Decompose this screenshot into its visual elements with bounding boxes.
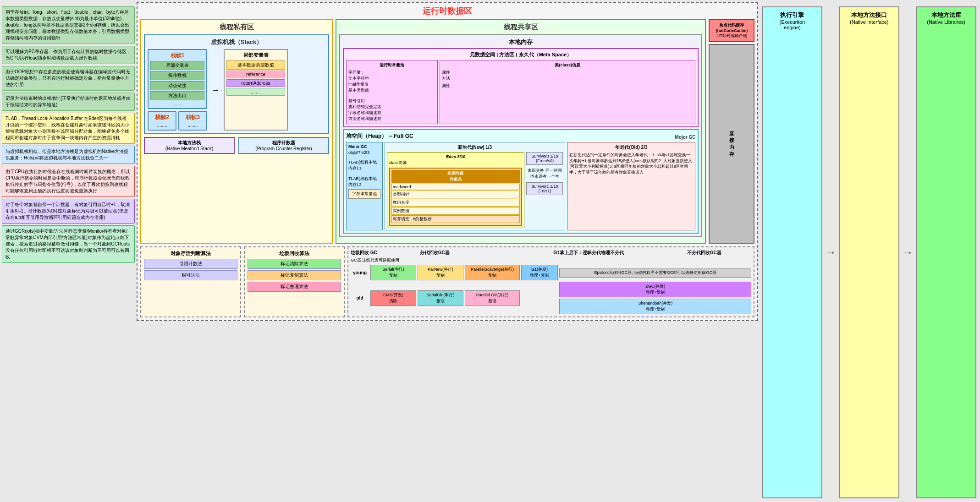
algo-item-1: 引用计数法 [144,259,237,269]
virtual-stack-title: 虚拟机栈（Stack） [148,38,325,46]
class-obj-label: class对象 [389,160,522,166]
frame1-item4: 方法出口 [150,91,204,100]
cp-content: 字面量：文本字符串final常量值基本类型值 符号引用：类和结构完全定名字段名称… [348,70,435,122]
exchange-label: 来回交换 同一时间内永远有一个空 [526,168,563,180]
parallel-young: ParellelScavenge(并行)复制 [465,265,520,280]
heap-title: 堆空间（Heap） -- Full GC [346,132,413,140]
stack-frames-left: 栈帧1 局部变量表 操作数栈 动态链接 方法出口 ........ [148,49,207,131]
stack-frame-2: 栈帧2 ........ [148,111,176,131]
g1-title: G1承上启下：逻辑分代物理不分代 [553,250,683,256]
meta-title: 元数据空间 | 方法区 | 永久代（Meta Space） [346,51,695,58]
old-label: old [351,295,369,300]
thread-private: 线程私有区 虚拟机栈（Stack） 栈帧1 局部变量表 操作 [140,19,333,244]
local-memory: 本地内存 元数据空间 | 方法区 | 永久代（Meta Space） 运行时常量… [339,34,702,237]
old-gen-desc: 在新生代达到一定条件的对象会进入年老代：1. s0与s1区域交换一次年龄+1 当… [569,152,693,175]
interface-title: 本地方法接口 [849,11,889,19]
constant-pool: 运行时常量池 字面量：文本字符串final常量值基本类型值 符号引用：类和结构完… [346,60,438,124]
library-box: 本地方法库 (Native Libraries) [916,6,976,498]
heap-header: 堆空间（Heap） -- Full GC Mojor GC [346,132,695,142]
string-pool: 字符串常量池 [348,189,380,199]
judgment-algo-box: 对象存活判断算法 引用计数法 根可达法 [140,246,241,317]
lv-basic-types: 基本数据类型数值 [226,60,285,70]
heap-content: Minor GC obj@7fe2f3 TLAB(线程本地内存) 1 TLAB(… [346,142,695,230]
local-var-title: 局部变量表 [226,52,285,59]
new-gen: 新生代(New) 1/3 Eden 8/10 class对象 实例对象对象头 [385,142,565,230]
stack-frame-1: 栈帧1 局部变量表 操作数栈 动态链接 方法出口 ........ [148,49,207,109]
array-len: 数组长度 [391,199,520,207]
shenandoah-cell: Shenandoah(并发)整理+复制 [559,299,751,314]
hot-code-cache: 热点代码缓存(hotCodeCache) JIT即时编译产物 [709,19,754,42]
gc-rows: young Serial(串行)复制 ParNew(并行)复制 Parellel… [351,265,751,314]
interface-box: 本地方法接口 (Native Interface) [839,6,899,498]
gc-old-row: old CMS(开发)清除 SerialOld(串行)整理 Parellel O… [351,282,751,314]
engine-box: 执行引擎 (Execurtion engine) [762,6,822,498]
frame1-item1: 局部变量表 [150,61,204,70]
main-container: 用于存放int、long、short、float、double、char、byt… [0,0,980,502]
annotation-2: 由于OOP思想中存在多态的概念使得编译器在编译源代码时无法确定对象类型，只有在运… [2,66,135,91]
hotcode-subtitle: JIT即时编译产物 [712,33,751,39]
serial-young: Serial(串行)复制 [370,265,416,280]
pc-register: 程序计数器 (Program Counter Register) [238,137,329,154]
gc-young-row: young Serial(串行)复制 ParNew(并行)复制 Parellel… [351,265,751,280]
algo-section: 对象存活判断算法 引用计数法 根可达法 垃圾回收算法 标记清除算法 标记复制算法… [140,246,754,317]
center-content: 运行时数据区 线程私有区 虚拟机栈（Stack） [137,2,758,500]
gc-algo-box: 垃圾回收算法 标记清除算法 标记复制算法 标记整理算法 [244,246,345,317]
gc-headers: 垃圾回收 GC 分代回收GC器 G1承上启下：逻辑分代物理不分代 不分代回收GC… [351,250,751,256]
epsilon-cell: Epsilon:无作用GC器, 当你的程序不需要GC时可以选择使用该GC器 [559,268,751,278]
g1-cell: G1(并发)整理+复制 [521,265,558,280]
direct-memory-label2: 接 [729,137,734,144]
virtual-stack: 虚拟机栈（Stack） 栈帧1 局部变量表 操作数栈 动态链接 [144,34,329,134]
ci-title: 类(class)信息 [442,62,693,68]
gc-algo-item-1: 标记清除算法 [248,259,341,269]
annotation-7: 对于每个对象都自带一个计数器，有对象引用自己时+1，取消引用时-1。当计数器为0… [2,199,135,224]
runtime-title: 运行时数据区 [140,5,754,16]
annotation-8: 通过GCRoots(栈中变量/方法区静态变量/Monitor持有者对象/常驻异常… [2,225,135,263]
new-gen-content: Eden 8/10 class对象 实例对象对象头 markword 类型指针 … [387,152,563,228]
frame3-title: 栈帧3 [181,114,204,121]
lv-dots: ........ [226,88,285,96]
library-subtitle: (Native Libraries) [926,19,966,25]
type-ptr: 类型指针 [391,191,520,198]
new-gen-title: 新生代(New) 1/3 [387,144,563,151]
direct-memory-label3: 内 [729,144,734,151]
tlab1-label: TLAB(线程本地内存) 1 [348,159,380,171]
frame1-item2: 操作数栈 [150,71,204,80]
stack-frames-container: 栈帧1 局部变量表 操作数栈 动态链接 方法出口 ........ [148,49,325,131]
cp-title: 运行时常量池 [348,62,435,68]
frame2-dots: ........ [150,123,174,128]
minor-gc-label: Minor GC [348,144,380,149]
instance-title: 实例对象对象头 [391,170,520,183]
gc-algo-item-2: 标记复制算法 [248,270,341,280]
survivor0: Survivor0 1/10(From/s0) [526,152,563,165]
instance-obj: 实例对象对象头 markword 类型指针 数组长度 实例数据 对齐填充 - 8… [389,168,522,226]
non-gen-title: 不分代回收GC器 [687,250,752,256]
hotcode-title: 热点代码缓存(hotCodeCache) [712,22,751,33]
gc-algo-title: 垃圾回收算法 [248,250,341,257]
tlab2-label: TLAB(线程本地内存) 2 [348,176,380,188]
engine-subtitle: (Execurtion engine) [772,19,812,30]
local-memory-title: 本地内存 [343,38,699,46]
top-section: 用于存放int、long、short、float、double、char、byt… [2,2,978,500]
pc-register-subtitle: (Program Counter Register) [241,146,326,151]
zgc-cell: ZGC(并发)整理+复制 [559,282,751,297]
old-gen: 年老代(Old) 2/3 在新生代达到一定条件的对象会进入年老代：1. s0与s… [567,142,695,230]
lv-return: returnAddress [226,79,285,87]
annotation-3: 记录方法结束时的出栈地址(正常执行结束时的返回地址或者由于报错结束时的异常地址) [2,93,135,111]
annotation-4: TLAB：Thread Local Allocation Buffer 在Ede… [2,113,135,144]
frame3-dots: ........ [181,123,204,128]
native-stack: 本地方法栈 (Native Meathod Stack) [144,137,235,154]
minor-gc-area: Minor GC obj@7fe2f3 TLAB(线程本地内存) 1 TLAB(… [346,142,383,230]
heap-area: 堆空间（Heap） -- Full GC Mojor GC Minor GC o… [343,129,699,234]
parnew: ParNew(并行)复制 [418,265,463,280]
ci-props: 属性方法 [442,70,693,82]
instance-data: 实例数据 [391,207,520,215]
gc-connector: GC器 连线代表可搭配使用 [351,257,751,263]
native-stack-title: 本地方法栈 [147,140,232,146]
arrow-2: → [902,6,913,498]
stack-frame-3: 栈帧3 ........ [178,111,207,131]
arrow-1: → [825,6,836,498]
annotation-5: 与虚拟机栈相似，但是本地方法栈是为虚拟机的Native方法提供服务；Hotspo… [2,146,135,164]
direct-memory-label: 直 [729,130,734,137]
judgment-algo-title: 对象存活判断算法 [144,250,237,257]
pc-register-title: 程序计数器 [241,140,326,146]
